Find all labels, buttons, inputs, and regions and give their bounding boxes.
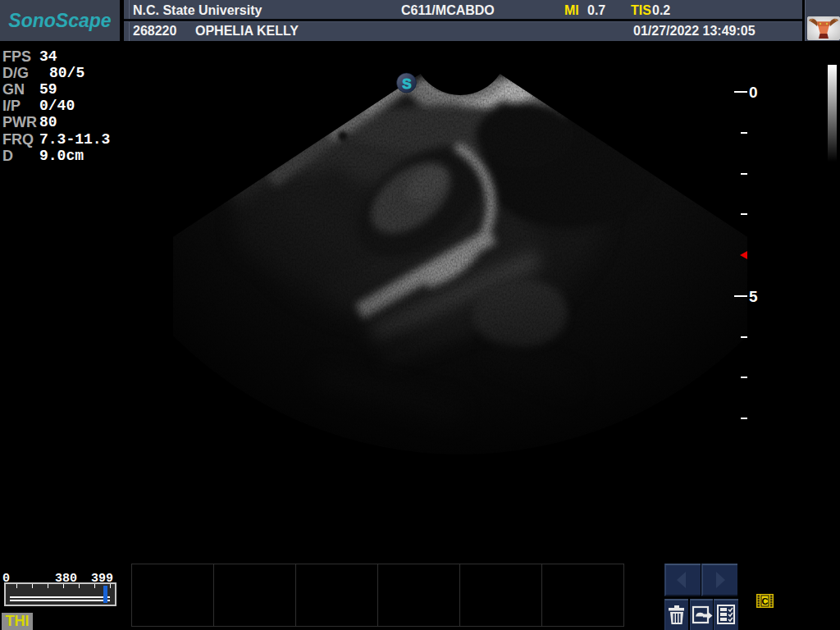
svg-text:5: 5 bbox=[749, 288, 758, 305]
svg-text:S: S bbox=[402, 76, 411, 92]
svg-text:C: C bbox=[762, 596, 769, 606]
svg-text:0: 0 bbox=[749, 84, 758, 101]
